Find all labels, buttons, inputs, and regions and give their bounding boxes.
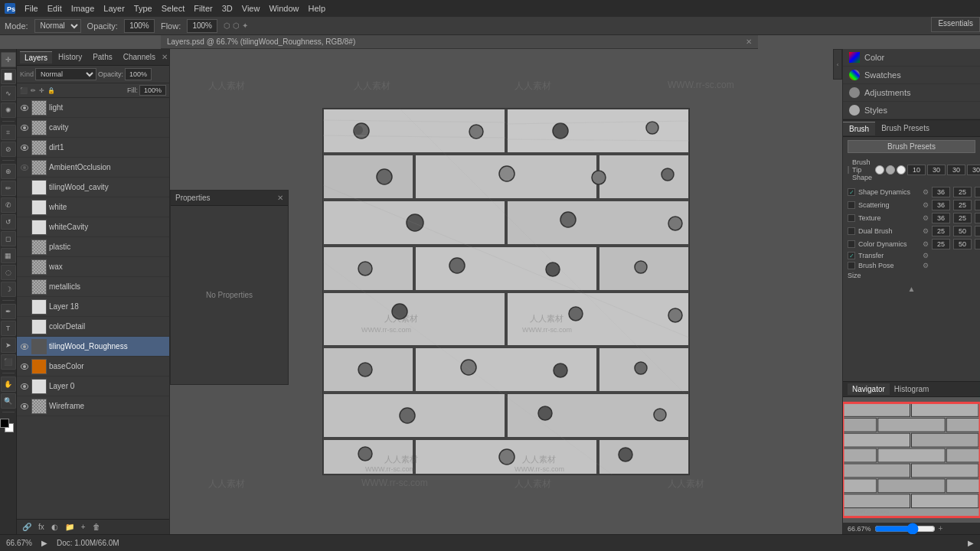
scattering-icon[interactable]: ⚙: [923, 201, 929, 209]
tab-history[interactable]: History: [54, 51, 87, 63]
styles-panel-item[interactable]: Styles: [843, 102, 980, 119]
lock-transparent-icon[interactable]: ⬛: [20, 87, 28, 94]
brush-presets-button[interactable]: Brush Presets: [848, 140, 975, 153]
layer-visibility[interactable]: [20, 262, 29, 272]
menu-type[interactable]: Type: [134, 4, 152, 13]
layer-item[interactable]: whiteCavity: [17, 217, 169, 237]
dual-brush-val2[interactable]: [953, 226, 972, 236]
tab-brush[interactable]: Brush: [843, 122, 875, 135]
layer-link-btn[interactable]: 🔗: [20, 522, 34, 532]
tool-eraser[interactable]: ◻: [1, 231, 16, 246]
layer-group-btn[interactable]: 📁: [63, 522, 77, 532]
dual-brush-check[interactable]: [848, 227, 855, 235]
tool-eyedropper[interactable]: ⊘: [1, 142, 16, 157]
tab-paths[interactable]: Paths: [88, 51, 117, 63]
color-panel-item[interactable]: Color: [843, 49, 980, 67]
tool-type[interactable]: T: [1, 321, 16, 336]
layer-fx-btn[interactable]: fx: [36, 522, 47, 532]
right-panel-collapse[interactable]: ‹: [833, 49, 842, 80]
tool-shape[interactable]: ⬛: [1, 354, 16, 370]
menu-help[interactable]: Help: [309, 4, 326, 13]
tool-zoom[interactable]: 🔍: [1, 393, 16, 409]
nav-zoom-slider[interactable]: [874, 526, 936, 532]
layer-visibility[interactable]: [20, 342, 29, 351]
essentials-button[interactable]: Essentials: [931, 17, 980, 32]
layer-visibility[interactable]: [20, 103, 29, 112]
layer-visibility[interactable]: [20, 123, 29, 132]
texture-val2[interactable]: [953, 213, 972, 223]
layer-visibility[interactable]: [20, 163, 29, 172]
scattering-check[interactable]: [848, 201, 855, 209]
lock-image-icon[interactable]: ✏: [31, 87, 36, 94]
menu-image[interactable]: Image: [71, 4, 95, 13]
adjustments-panel-item[interactable]: Adjustments: [843, 84, 980, 102]
layer-visibility[interactable]: [20, 302, 29, 311]
layer-visibility[interactable]: [20, 143, 29, 152]
layer-new-btn[interactable]: +: [79, 522, 88, 532]
shape-dynamics-check[interactable]: [848, 188, 855, 196]
menu-layer[interactable]: Layer: [103, 4, 125, 13]
scattering-val3[interactable]: [975, 200, 980, 210]
foreground-color-swatch[interactable]: [0, 419, 9, 428]
color-dynamics-icon[interactable]: ⚙: [923, 240, 929, 248]
layer-item-active[interactable]: tilingWood_Roughness: [17, 337, 169, 357]
menu-select[interactable]: Select: [162, 4, 185, 13]
tab-histogram[interactable]: Histogram: [890, 383, 934, 395]
transfer-check[interactable]: [848, 252, 855, 259]
brush-swatch-gray[interactable]: [886, 165, 895, 174]
brush-val3-input[interactable]: [947, 165, 965, 175]
layer-visibility[interactable]: [20, 402, 29, 411]
brush-scroll-up[interactable]: ▲: [848, 285, 975, 293]
opacity-input[interactable]: [124, 19, 155, 33]
tool-spot-heal[interactable]: ⊕: [1, 164, 16, 179]
brush-tip-checkbox[interactable]: [848, 166, 849, 174]
layer-item[interactable]: white: [17, 197, 169, 217]
layer-item[interactable]: light: [17, 98, 169, 118]
layer-item[interactable]: cavity: [17, 118, 169, 138]
scattering-val1[interactable]: [932, 200, 950, 210]
swatches-panel-item[interactable]: Swatches: [843, 67, 980, 84]
flow-input[interactable]: [187, 19, 217, 33]
layer-visibility[interactable]: [20, 183, 29, 192]
layer-visibility[interactable]: [20, 382, 29, 391]
tab-navigator[interactable]: Navigator: [848, 383, 890, 395]
texture-val1[interactable]: [932, 213, 950, 223]
tool-dodge[interactable]: ☽: [1, 282, 16, 297]
menu-window[interactable]: Window: [269, 4, 299, 13]
tab-layers[interactable]: Layers: [20, 51, 52, 64]
brush-pose-icon[interactable]: ⚙: [923, 262, 929, 269]
menu-file[interactable]: File: [24, 4, 38, 13]
color-dynamics-val1[interactable]: [932, 239, 950, 249]
brush-swatch-light[interactable]: [897, 165, 906, 174]
color-dynamics-check[interactable]: [848, 240, 855, 248]
tool-pen[interactable]: ✒: [1, 304, 16, 319]
layer-item[interactable]: baseColor: [17, 357, 169, 377]
layers-panel-close[interactable]: ✕: [162, 53, 168, 61]
lock-all-icon[interactable]: 🔒: [47, 87, 55, 94]
tool-path-select[interactable]: ➤: [1, 337, 16, 353]
scattering-val2[interactable]: [953, 200, 972, 210]
properties-close[interactable]: ✕: [277, 194, 283, 202]
layer-visibility[interactable]: [20, 203, 29, 212]
doc-close[interactable]: ✕: [746, 37, 752, 46]
transfer-icon[interactable]: ⚙: [923, 252, 929, 259]
layer-visibility[interactable]: [20, 223, 29, 232]
tool-gradient[interactable]: ▦: [1, 248, 16, 263]
layer-delete-btn[interactable]: 🗑: [90, 522, 103, 532]
layer-item[interactable]: colorDetail: [17, 317, 169, 337]
tool-quick-select[interactable]: ✺: [1, 103, 16, 118]
layer-item[interactable]: wax: [17, 257, 169, 277]
layer-item[interactable]: Wireframe: [17, 396, 169, 416]
fill-input[interactable]: [139, 85, 166, 96]
layer-mask-btn[interactable]: ◐: [49, 522, 60, 532]
menu-3d[interactable]: 3D: [222, 4, 233, 13]
brush-val2-input[interactable]: [927, 165, 946, 175]
tool-hand[interactable]: ✋: [1, 377, 16, 392]
layer-item[interactable]: metallicls: [17, 277, 169, 297]
brush-pose-check[interactable]: [848, 262, 855, 269]
texture-val3[interactable]: [975, 213, 980, 223]
mode-select[interactable]: Normal: [34, 19, 81, 33]
brush-size-input[interactable]: [907, 165, 926, 175]
tab-brush-presets[interactable]: Brush Presets: [875, 122, 936, 135]
navigator-thumbnail[interactable]: WWW.rr-sc.com: [843, 397, 980, 523]
